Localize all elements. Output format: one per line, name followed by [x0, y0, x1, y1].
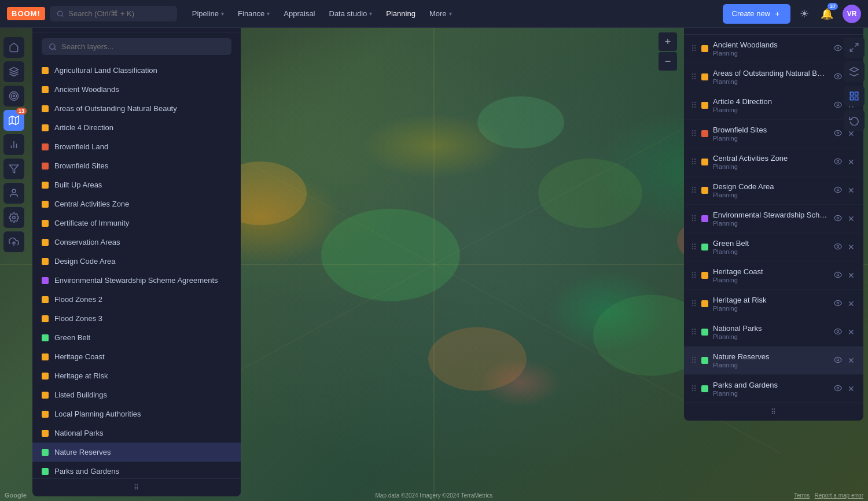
layer-list-item[interactable]: Nature Reserves [32, 443, 241, 462]
layer-list-item[interactable]: National Parks [32, 423, 241, 443]
svg-line-46 [850, 49, 853, 51]
layer-list-item[interactable]: Conservation Areas [32, 233, 241, 252]
layer-remove-button[interactable]: ✕ [846, 269, 856, 282]
right-toolbar-layers[interactable] [844, 61, 865, 82]
layer-item-label: Heritage Coast [54, 352, 105, 361]
toolbar-settings[interactable] [3, 207, 24, 228]
right-toolbar-active[interactable] [844, 86, 865, 106]
layer-category: Planning [713, 78, 827, 85]
active-layer-item[interactable]: ⠿ Brownfield Sites Planning ✕ [684, 120, 863, 148]
layer-search-input[interactable] [61, 42, 225, 51]
layer-list-item[interactable]: Areas of Outstanding Natural Beauty [32, 99, 241, 118]
layer-visibility-button[interactable] [832, 382, 844, 396]
layer-visibility-button[interactable] [832, 156, 844, 169]
layer-list-item[interactable]: Heritage at Risk [32, 366, 241, 385]
global-search[interactable] [50, 6, 177, 21]
toolbar-user[interactable] [3, 183, 24, 204]
active-layer-item[interactable]: ⠿ Ancient Woodlands Planning ✕ [684, 35, 863, 63]
panel-search-inner[interactable] [42, 38, 231, 55]
zoom-in-button[interactable]: + [659, 32, 677, 51]
active-layer-item[interactable]: ⠿ Heritage Coast Planning ✕ [684, 261, 863, 290]
toolbar-map-active[interactable]: 13 [3, 110, 24, 131]
layer-remove-button[interactable]: ✕ [846, 297, 856, 310]
layer-category: Planning [713, 277, 827, 283]
layer-remove-button[interactable]: ✕ [846, 241, 856, 253]
layer-remove-button[interactable]: ✕ [846, 326, 856, 338]
active-layer-item[interactable]: ⠿ Heritage at Risk Planning ✕ [684, 290, 863, 318]
toolbar-home[interactable] [3, 37, 24, 58]
layer-item-label: Agricultural Land Classification [54, 66, 157, 75]
layer-list-item[interactable]: Flood Zones 2 [32, 290, 241, 309]
layer-list-item[interactable]: Agricultural Land Classification [32, 61, 241, 80]
layer-list-item[interactable]: Brownfield Land [32, 137, 241, 156]
layer-list-item[interactable]: Green Belt [32, 328, 241, 347]
layer-visibility-button[interactable] [832, 184, 844, 197]
layer-color-indicator [42, 353, 49, 360]
layer-remove-button[interactable]: ✕ [846, 382, 856, 395]
layer-list-item[interactable]: Parks and Gardens [32, 462, 241, 478]
layer-remove-button[interactable]: ✕ [846, 184, 856, 197]
layer-remove-button[interactable]: ✕ [846, 354, 856, 367]
plus-icon: ＋ [774, 9, 781, 19]
layer-list-item[interactable]: Central Activities Zone [32, 194, 241, 213]
avatar[interactable]: VR [843, 5, 861, 23]
notifications-button[interactable]: 🔔 37 [818, 5, 836, 23]
nav-pipeline[interactable]: Pipeline ▾ [186, 6, 230, 21]
toolbar-layers[interactable] [3, 61, 24, 82]
active-layer-item[interactable]: ⠿ National Parks Planning ✕ [684, 318, 863, 347]
svg-rect-51 [850, 97, 853, 100]
layer-remove-button[interactable]: ✕ [846, 156, 856, 168]
toolbar-upload[interactable] [3, 231, 24, 252]
active-layer-item[interactable]: ⠿ Green Belt Planning ✕ [684, 233, 863, 261]
active-layer-item[interactable]: ⠿ Design Code Area Planning ✕ [684, 176, 863, 205]
layer-list-item[interactable]: Local Planning Authorities [32, 404, 241, 423]
layer-visibility-button[interactable] [832, 269, 844, 282]
active-layer-item[interactable]: ⠿ Parks and Gardens Planning ✕ [684, 375, 863, 403]
navbar: BOOM! Pipeline ▾ Finance ▾ Appraisal Dat… [0, 0, 868, 28]
active-layer-item[interactable]: ⠿ Central Activities Zone Planning ✕ [684, 148, 863, 176]
layer-list-item[interactable]: Article 4 Direction [32, 118, 241, 137]
active-layer-item[interactable]: ⠿ Environmental Stewardship Scheme Agree… [684, 205, 863, 233]
layer-info: National Parks Planning [713, 324, 827, 340]
layer-item-label: Certificate of Immunity [54, 219, 129, 227]
layer-list-item[interactable]: Environmental Stewardship Scheme Agreeme… [32, 271, 241, 290]
layer-list-item[interactable]: Listed Buildings [32, 385, 241, 404]
toolbar-filter[interactable] [3, 159, 24, 179]
nav-finance[interactable]: Finance ▾ [232, 6, 275, 21]
nav-planning[interactable]: Planning [380, 6, 421, 21]
layer-visibility-button[interactable] [832, 326, 844, 339]
nav-data-studio[interactable]: Data studio ▾ [323, 6, 378, 21]
layer-visibility-button[interactable] [832, 241, 844, 254]
layer-list-item[interactable]: Design Code Area [32, 252, 241, 271]
layer-remove-button[interactable]: ✕ [846, 212, 856, 225]
nav-appraisal[interactable]: Appraisal [278, 6, 321, 21]
theme-toggle-button[interactable]: ☀ [797, 5, 811, 23]
zoom-out-button[interactable]: − [659, 52, 677, 71]
toolbar-target[interactable] [3, 86, 24, 106]
layer-list-item[interactable]: Ancient Woodlands [32, 80, 241, 99]
terms-link[interactable]: Terms [794, 492, 810, 499]
layer-item-label: Brownfield Land [54, 142, 108, 151]
layer-actions: ✕ [832, 212, 856, 226]
active-layer-item[interactable]: ⠿ Article 4 Direction Planning ✕ [684, 91, 863, 120]
layer-list-item[interactable]: Flood Zones 3 [32, 309, 241, 328]
app-logo[interactable]: BOOM! [7, 7, 45, 20]
active-layer-item[interactable]: ⠿ Areas of Outstanding Natural Beauty Pl… [684, 63, 863, 91]
layer-list-item[interactable]: Heritage Coast [32, 347, 241, 366]
layer-list-item[interactable]: Built Up Areas [32, 175, 241, 194]
layer-visibility-button[interactable] [832, 212, 844, 226]
nav-more[interactable]: More ▾ [424, 6, 458, 21]
layer-visibility-button[interactable] [832, 354, 844, 367]
layer-item-label: Local Planning Authorities [54, 410, 141, 418]
toolbar-analytics[interactable] [3, 134, 24, 155]
layer-list-item[interactable]: Brownfield Sites [32, 156, 241, 175]
layer-list-item[interactable]: Certificate of Immunity [32, 213, 241, 233]
search-input[interactable] [68, 9, 170, 18]
right-toolbar-expand[interactable] [844, 37, 865, 58]
create-new-button[interactable]: Create new ＋ [723, 4, 790, 24]
layer-visibility-button[interactable] [832, 297, 844, 311]
active-layer-item[interactable]: ⠿ Nature Reserves Planning ✕ [684, 347, 863, 375]
layer-color-indicator [42, 392, 49, 399]
report-link[interactable]: Report a map error [815, 492, 863, 499]
right-toolbar-history[interactable] [844, 110, 865, 131]
